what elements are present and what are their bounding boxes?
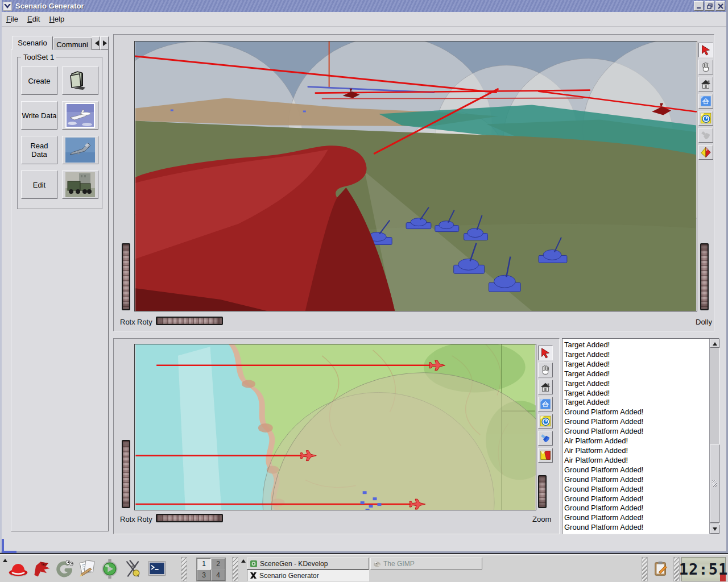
viewer-map-canvas[interactable] (134, 344, 536, 510)
log-entry[interactable]: Ground Platform Added! (564, 513, 708, 523)
viewer3d-camera-type-button[interactable] (698, 145, 713, 160)
viewer-3d-canvas[interactable] (134, 41, 697, 311)
menubar: File Edit Help (2, 12, 726, 27)
scrollbar-thumb[interactable] (710, 444, 719, 523)
create-icon-button[interactable] (62, 66, 98, 95)
log-scrollbar[interactable] (709, 339, 719, 534)
viewer2d-pan-button[interactable] (538, 363, 553, 377)
log-entry[interactable]: Air Platform Added! (564, 446, 708, 456)
task-scenegen-kdevelop[interactable]: SceneGen - KDevelop (247, 558, 369, 569)
scroll-down-button[interactable] (710, 525, 719, 534)
viewer3d-rotx-thumbwheel[interactable] (122, 243, 130, 310)
edit-icon-button[interactable] (62, 171, 98, 199)
launcher-terminal[interactable] (146, 558, 168, 580)
viewer3d-pan-button[interactable] (698, 60, 713, 74)
maximize-button[interactable] (705, 1, 714, 11)
drafting-compass-icon (122, 559, 144, 579)
app-window-icon[interactable] (3, 2, 12, 11)
hand-icon (539, 364, 552, 376)
log-entry[interactable]: Target Added! (564, 340, 708, 350)
viewer3d-pick-button[interactable] (698, 43, 713, 57)
log-entry[interactable]: Ground Platform Added! (564, 427, 708, 436)
task-the-gimp[interactable]: The GIMP (370, 558, 482, 569)
log-entry[interactable]: Air Platform Added! (564, 436, 708, 446)
viewer3d-set-home-button[interactable] (698, 94, 713, 109)
log-entry[interactable]: Ground Platform Added! (564, 494, 708, 504)
pager-desktop-3[interactable]: 3 (197, 569, 211, 581)
log-entry[interactable]: Target Added! (564, 350, 708, 360)
tasklist-handle[interactable] (232, 557, 238, 581)
event-log-items: Target Added! Target Added! Target Added… (564, 340, 708, 532)
viewer3d-home-button[interactable] (698, 77, 713, 92)
log-entry[interactable]: Target Added! (564, 369, 708, 379)
viewer3d-seek-button-disabled[interactable] (698, 128, 713, 143)
pager-desktop-1[interactable]: 1 (197, 558, 211, 569)
task-scenario-generator[interactable]: Scenario Generator (247, 569, 369, 581)
nautilus-orb-icon (99, 559, 121, 579)
menu-file[interactable]: File (2, 13, 23, 25)
hand-icon (700, 61, 712, 73)
viewer2d-camera-type-button[interactable] (538, 448, 553, 463)
window-resize-corner[interactable] (2, 539, 16, 553)
log-entry[interactable]: Ground Platform Added! (564, 465, 708, 475)
tab-scroll-left-button[interactable] (92, 36, 100, 50)
log-entry[interactable]: Ground Platform Added! (564, 504, 708, 513)
log-entry[interactable]: Ground Platform Added! (564, 485, 708, 494)
menu-edit[interactable]: Edit (23, 13, 44, 25)
tasklist-hide-button[interactable] (239, 557, 247, 564)
military-truck-photo-icon (65, 172, 95, 197)
close-button[interactable] (715, 1, 725, 11)
log-entry[interactable]: Target Added! (564, 360, 708, 369)
log-entry[interactable]: Target Added! (564, 389, 708, 398)
fighter-jet-photo-icon (65, 138, 95, 163)
scroll-up-button[interactable] (710, 339, 719, 348)
launcher-redhat-menu[interactable] (7, 558, 30, 580)
launcher-gnome-g[interactable] (53, 558, 76, 580)
tab-scenario[interactable]: Scenario (12, 36, 53, 50)
viewer3d-view-all-button[interactable] (698, 111, 713, 126)
event-log-list[interactable]: Target Added! Target Added! Target Added… (562, 338, 719, 534)
viewer2d-rotx-label: Rotx (120, 515, 135, 523)
task-label: SceneGen - KDevelop (260, 560, 328, 568)
applet-handle[interactable] (642, 557, 648, 581)
x11-icon (250, 572, 257, 579)
write-data-icon-button[interactable] (62, 101, 98, 130)
tasklist-applet-button[interactable] (651, 558, 671, 580)
log-entry[interactable]: Target Added! (564, 379, 708, 389)
launcher-documents[interactable] (76, 558, 98, 580)
log-entry[interactable]: Ground Platform Added! (564, 408, 708, 417)
create-button[interactable]: Create (21, 66, 57, 95)
viewer2d-home-button[interactable] (538, 380, 553, 394)
tab-communications[interactable]: Communi (53, 38, 92, 50)
minimize-button[interactable] (694, 1, 704, 11)
log-entry[interactable]: Air Platform Added! (564, 456, 708, 465)
viewer2d-seek-button[interactable] (538, 431, 553, 446)
launcher-mozilla[interactable] (30, 558, 53, 580)
pager-desktop-4[interactable]: 4 (211, 569, 225, 581)
viewer2d-zoom-thumbwheel[interactable] (538, 475, 547, 508)
viewer2d-roty-thumbwheel[interactable] (156, 514, 223, 522)
launcher-nautilus-orb[interactable] (98, 558, 121, 580)
read-data-button[interactable]: Read Data (21, 136, 57, 164)
viewer3d-dolly-thumbwheel[interactable] (700, 243, 709, 310)
triangle-left-icon (92, 40, 99, 46)
titlebar[interactable]: Scenario Generator (2, 0, 726, 12)
edit-button[interactable]: Edit (21, 171, 57, 199)
tab-scroll-right-button[interactable] (100, 36, 109, 50)
log-entry[interactable]: Ground Platform Added! (564, 523, 708, 532)
launcher-drafting-tools[interactable] (122, 558, 144, 580)
log-entry[interactable]: Target Added! (564, 398, 708, 408)
viewer3d-roty-thumbwheel[interactable] (156, 317, 223, 325)
viewer2d-view-all-button[interactable] (538, 414, 553, 429)
pager-desktop-2[interactable]: 2 (211, 558, 225, 569)
task-label: Scenario Generator (259, 572, 319, 580)
menu-help[interactable]: Help (44, 13, 69, 25)
viewer2d-rotx-thumbwheel[interactable] (122, 440, 130, 508)
log-entry[interactable]: Ground Platform Added! (564, 475, 708, 485)
write-data-button[interactable]: Write Data (21, 101, 57, 130)
log-entry[interactable]: Ground Platform Added! (564, 417, 708, 427)
viewer2d-pick-button[interactable] (538, 346, 553, 360)
viewer2d-set-home-button[interactable] (538, 397, 553, 411)
read-data-icon-button[interactable] (62, 136, 98, 164)
panel-handle[interactable] (181, 557, 187, 581)
